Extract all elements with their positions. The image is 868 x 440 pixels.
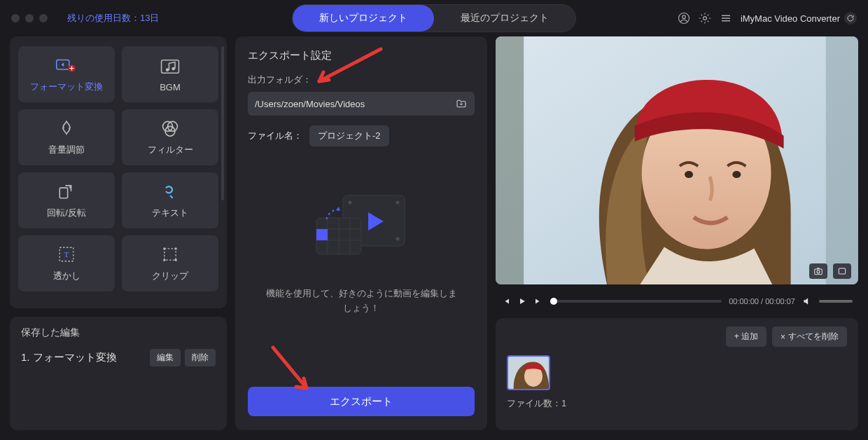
tool-label: 回転/反転 — [47, 207, 86, 219]
svg-point-30 — [685, 171, 693, 178]
tool-watermark[interactable]: T透かし — [18, 235, 115, 291]
svg-text:T: T — [64, 250, 69, 259]
filter-icon — [160, 118, 180, 138]
output-folder-path: /Users/zoen/Movies/Videos — [255, 99, 449, 109]
export-settings-title: エクスポート設定 — [248, 49, 475, 62]
export-caption: 機能を使用して、好きのように動画を編集しましょう！ — [248, 287, 475, 316]
svg-rect-25 — [316, 229, 328, 240]
svg-rect-14 — [164, 249, 176, 260]
delete-all-x-icon: × — [780, 332, 785, 342]
export-settings-panel: エクスポート設定 出力フォルダ： /Users/zoen/Movies/Vide… — [235, 36, 487, 430]
svg-rect-5 — [162, 60, 179, 73]
svg-point-16 — [175, 247, 177, 249]
svg-rect-32 — [815, 269, 822, 275]
tools-scrollbar[interactable] — [221, 46, 224, 200]
player-transport: 00:00:00 / 00:00:07 — [496, 291, 858, 311]
trial-remaining-text: 残りの使用日数：13日 — [67, 12, 159, 25]
filename-value: プロジェクト-2 — [318, 130, 381, 142]
zoom-dot[interactable] — [39, 14, 48, 22]
svg-rect-27 — [496, 36, 524, 284]
tool-label: フォーマット変換 — [30, 81, 103, 93]
tool-label: テキスト — [152, 207, 188, 219]
svg-rect-34 — [839, 268, 845, 274]
tool-label: 透かし — [53, 270, 80, 282]
play-button[interactable] — [518, 297, 526, 305]
account-icon[interactable] — [678, 12, 690, 25]
folder-browse-icon[interactable] — [455, 98, 468, 109]
saved-edit-button[interactable]: 編集 — [150, 349, 181, 366]
fullscreen-button[interactable] — [833, 263, 851, 279]
output-folder-field[interactable]: /Users/zoen/Movies/Videos — [248, 92, 475, 116]
saved-edit-row: 1. フォーマット変換 編集 削除 — [21, 349, 216, 366]
tool-label: BGM — [160, 82, 181, 92]
minimize-dot[interactable] — [25, 14, 34, 22]
svg-point-2 — [704, 17, 707, 20]
svg-point-1 — [682, 15, 686, 19]
svg-point-18 — [175, 259, 177, 261]
tool-label: クリップ — [152, 270, 188, 282]
app-refresh-icon[interactable] — [844, 12, 857, 25]
filename-field[interactable]: プロジェクト-2 — [309, 125, 389, 146]
timecode: 00:00:00 / 00:00:07 — [729, 297, 795, 305]
bgm-icon — [160, 57, 180, 76]
filename-label: ファイル名： — [248, 130, 302, 142]
volume-icon[interactable] — [802, 296, 812, 306]
tab-new-project[interactable]: 新しいプロジェクト — [293, 5, 434, 32]
time-total: 00:00:07 — [765, 297, 795, 305]
tool-convert[interactable]: フォーマット変換 — [18, 46, 115, 102]
app-name-text: iMyMac Video Converter — [741, 13, 840, 24]
svg-point-33 — [817, 270, 820, 273]
watermark-icon: T — [57, 245, 76, 264]
crop-icon — [161, 245, 179, 264]
saved-edits-title: 保存した編集 — [21, 326, 216, 339]
window-controls[interactable] — [11, 14, 48, 22]
time-current: 00:00:00 — [729, 297, 759, 305]
svg-point-31 — [732, 171, 741, 178]
saved-delete-button[interactable]: 削除 — [185, 349, 216, 366]
svg-point-23 — [396, 238, 400, 241]
tool-label: フィルター — [148, 144, 193, 156]
progress-knob[interactable] — [550, 298, 557, 305]
svg-point-17 — [163, 259, 165, 261]
file-count-label: ファイル数：1 — [507, 397, 847, 410]
saved-edits-panel: 保存した編集 1. フォーマット変換 編集 削除 — [10, 317, 227, 430]
output-folder-label: 出力フォルダ： — [248, 74, 475, 86]
svg-rect-28 — [826, 36, 858, 284]
prev-button[interactable] — [501, 297, 511, 305]
svg-point-15 — [163, 247, 165, 249]
tool-label: 音量調節 — [48, 144, 85, 156]
tool-filter[interactable]: フィルター — [122, 109, 218, 165]
tool-text[interactable]: テキスト — [122, 172, 218, 228]
close-dot[interactable] — [11, 14, 20, 22]
file-thumbnail[interactable] — [507, 355, 550, 390]
export-illustration — [248, 174, 475, 287]
saved-edit-name: 1. フォーマット変換 — [21, 351, 117, 364]
tool-bgm[interactable]: BGM — [122, 46, 218, 102]
file-panel: + 追加 × すべてを削除 ファイル数：1 — [496, 318, 858, 430]
tool-crop[interactable]: クリップ — [122, 235, 218, 291]
next-button[interactable] — [533, 297, 543, 305]
progress-bar[interactable] — [550, 300, 722, 303]
preview-image — [496, 36, 858, 284]
volume-icon — [57, 118, 76, 138]
convert-icon — [56, 55, 77, 75]
delete-all-label: すべてを削除 — [788, 331, 839, 343]
settings-icon[interactable] — [699, 12, 711, 25]
svg-point-21 — [396, 201, 400, 205]
menu-icon[interactable] — [720, 12, 732, 25]
volume-slider[interactable] — [819, 300, 853, 303]
delete-all-button[interactable]: × すべてを削除 — [772, 326, 847, 347]
project-tabs: 新しいプロジェクト 最近のプロジェクト — [292, 4, 576, 32]
snapshot-button[interactable] — [809, 263, 827, 279]
svg-point-20 — [349, 201, 352, 205]
add-file-button[interactable]: + 追加 — [726, 326, 766, 347]
tools-panel: フォーマット変換BGM音量調節フィルター回転/反転テキストT透かしクリップ — [10, 36, 227, 308]
tool-rotate[interactable]: 回転/反転 — [18, 172, 115, 228]
tab-recent-projects[interactable]: 最近のプロジェクト — [434, 5, 575, 32]
svg-rect-11 — [59, 188, 67, 198]
text-icon — [162, 181, 178, 201]
app-name-label: iMyMac Video Converter — [741, 12, 857, 25]
export-button[interactable]: エクスポート — [248, 387, 475, 416]
rotate-icon — [57, 181, 76, 201]
tool-volume[interactable]: 音量調節 — [18, 109, 115, 165]
